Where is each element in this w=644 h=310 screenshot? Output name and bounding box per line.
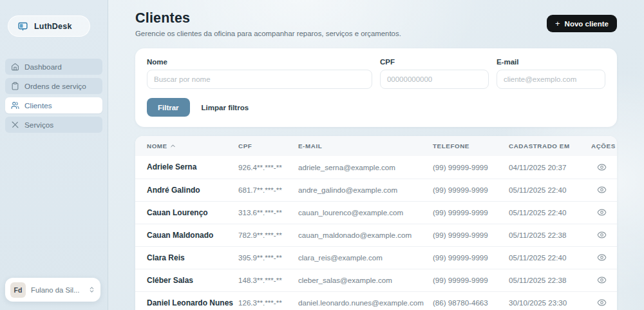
client-created-cell: 05/11/2025 22:38 xyxy=(509,269,591,291)
view-client-button[interactable] xyxy=(596,206,608,218)
clear-filters-button[interactable]: Limpar filtros xyxy=(193,98,258,117)
table-row: Clara Reis 395.9**.***-** clara_reis@exa… xyxy=(135,246,617,269)
column-header-email[interactable]: E-MAIL xyxy=(298,136,433,156)
client-phone-cell: (99) 99999-9999 xyxy=(433,201,509,224)
column-header-nome[interactable]: NOME xyxy=(135,136,238,156)
table-row: Daniel Leonardo Nunes 126.3**.***-** dan… xyxy=(135,291,617,310)
client-cpf-cell: 782.9**.***-** xyxy=(238,224,298,246)
client-email-cell: cauan_maldonado@example.com xyxy=(298,224,433,246)
email-filter-label: E-mail xyxy=(497,58,605,66)
luthdesk-logo-icon xyxy=(17,21,28,32)
client-phone-cell: (99) 99999-9999 xyxy=(433,224,509,246)
client-email-cell: daniel.leonardo.nunes@example.com xyxy=(298,291,433,310)
app-name: LuthDesk xyxy=(34,22,72,31)
client-actions-cell xyxy=(591,224,617,246)
view-client-button[interactable] xyxy=(596,229,608,241)
new-client-button[interactable]: + Novo cliente xyxy=(547,15,617,32)
client-name-cell: Cauan Maldonado xyxy=(135,224,238,246)
eye-icon xyxy=(597,187,607,197)
clients-table-card: NOME CPF E-MAIL TELEFONE CADASTRADO EM A… xyxy=(135,136,617,310)
cpf-filter-label: CPF xyxy=(380,58,489,66)
cpf-filter-input[interactable] xyxy=(380,70,489,89)
avatar: Fd xyxy=(10,282,26,298)
client-cpf-cell: 313.6**.***-** xyxy=(238,201,298,224)
client-email-cell: clara_reis@example.com xyxy=(298,246,433,269)
home-icon xyxy=(11,63,19,71)
client-email-cell: adriele_serna@example.com xyxy=(298,156,433,179)
client-cpf-cell: 395.9**.***-** xyxy=(238,246,298,269)
sidebar-item-label: Ordens de serviço xyxy=(24,82,86,91)
eye-icon xyxy=(597,300,607,309)
view-client-button[interactable] xyxy=(596,184,608,196)
client-actions-cell xyxy=(591,291,617,310)
view-client-button[interactable] xyxy=(596,251,608,264)
eye-icon xyxy=(597,164,607,174)
client-phone-cell: (86) 98780-4663 xyxy=(433,291,509,310)
client-created-cell: 05/11/2025 22:38 xyxy=(509,224,591,246)
page-header: Clientes Gerencie os clientes da oficina… xyxy=(135,10,617,37)
tools-icon xyxy=(11,121,19,129)
user-name: Fulano da Sil... xyxy=(31,286,83,294)
sidebar: LuthDesk DashboardOrdens de serviçoClien… xyxy=(0,0,108,310)
view-client-button[interactable] xyxy=(596,296,608,309)
table-row: Cauan Lourenço 313.6**.***-** cauan_lour… xyxy=(135,201,617,224)
sidebar-item-label: Dashboard xyxy=(24,63,62,72)
column-header-cpf[interactable]: CPF xyxy=(238,136,298,156)
client-cpf-cell: 126.3**.***-** xyxy=(238,291,298,310)
page-subtitle: Gerencie os clientes da oficina para aco… xyxy=(135,30,401,37)
main-content: Clientes Gerencie os clientes da oficina… xyxy=(108,0,644,310)
client-created-cell: 05/11/2025 22:40 xyxy=(509,179,591,201)
client-created-cell: 30/10/2025 23:30 xyxy=(509,291,591,310)
sidebar-item-dashboard[interactable]: Dashboard xyxy=(5,59,102,75)
page-title: Clientes xyxy=(135,10,401,26)
column-header-cadastrado-em[interactable]: CADASTRADO EM xyxy=(509,136,591,156)
eye-icon xyxy=(597,209,607,219)
app-logo[interactable]: LuthDesk xyxy=(8,15,90,37)
filters-card: Nome CPF E-mail Filtrar Limpar filtros xyxy=(135,48,617,127)
client-name-cell: Clara Reis xyxy=(135,246,238,269)
sidebar-item-ordens-de-servico[interactable]: Ordens de serviço xyxy=(5,78,102,94)
client-phone-cell: (99) 99999-9999 xyxy=(433,269,509,291)
sidebar-item-label: Serviços xyxy=(24,121,53,130)
eye-icon xyxy=(597,255,607,264)
client-name-cell: Cauan Lourenço xyxy=(135,201,238,224)
client-phone-cell: (99) 99999-9999 xyxy=(433,246,509,269)
table-body: Adriele Serna 926.4**.***-** adriele_ser… xyxy=(135,156,617,310)
column-header-telefone[interactable]: TELEFONE xyxy=(433,136,509,156)
clients-table: NOME CPF E-MAIL TELEFONE CADASTRADO EM A… xyxy=(135,136,617,310)
client-created-cell: 04/11/2025 20:37 xyxy=(509,156,591,179)
name-filter-input[interactable] xyxy=(147,70,372,89)
client-created-cell: 05/11/2025 22:40 xyxy=(509,201,591,224)
client-cpf-cell: 148.3**.***-** xyxy=(238,269,298,291)
client-actions-cell xyxy=(591,156,617,179)
name-filter-label: Nome xyxy=(147,58,372,66)
client-name-cell: Daniel Leonardo Nunes xyxy=(135,291,238,310)
user-menu[interactable]: Fd Fulano da Sil... xyxy=(5,278,100,302)
view-client-button[interactable] xyxy=(596,274,608,286)
filter-button[interactable]: Filtrar xyxy=(147,98,190,117)
sidebar-item-servicos[interactable]: Serviços xyxy=(5,117,102,133)
new-client-label: Novo cliente xyxy=(565,20,609,28)
client-email-cell: cleber_salas@example.com xyxy=(298,269,433,291)
client-email-cell: andre_galindo@example.com xyxy=(298,179,433,201)
client-email-cell: cauan_lourenco@example.com xyxy=(298,201,433,224)
client-name-cell: André Galindo xyxy=(135,179,238,201)
table-row: Cauan Maldonado 782.9**.***-** cauan_mal… xyxy=(135,224,617,246)
email-filter-input[interactable] xyxy=(497,70,605,89)
client-actions-cell xyxy=(591,246,617,269)
sidebar-item-clientes[interactable]: Clientes xyxy=(5,97,102,113)
client-cpf-cell: 681.7**.***-** xyxy=(238,179,298,201)
table-row: André Galindo 681.7**.***-** andre_galin… xyxy=(135,179,617,201)
client-name-cell: Adriele Serna xyxy=(135,156,238,179)
client-actions-cell xyxy=(591,179,617,201)
table-row: Adriele Serna 926.4**.***-** adriele_ser… xyxy=(135,156,617,179)
sidebar-nav: DashboardOrdens de serviçoClientesServiç… xyxy=(5,59,102,133)
table-header-row: NOME CPF E-MAIL TELEFONE CADASTRADO EM A… xyxy=(135,136,617,156)
users-icon xyxy=(11,101,19,110)
column-header-acoes: AÇÕES xyxy=(591,136,617,156)
client-created-cell: 05/11/2025 22:40 xyxy=(509,246,591,269)
view-client-button[interactable] xyxy=(596,161,608,173)
table-row: Cléber Salas 148.3**.***-** cleber_salas… xyxy=(135,269,617,291)
client-phone-cell: (99) 99999-9999 xyxy=(433,179,509,201)
sidebar-item-label: Clientes xyxy=(24,101,52,110)
